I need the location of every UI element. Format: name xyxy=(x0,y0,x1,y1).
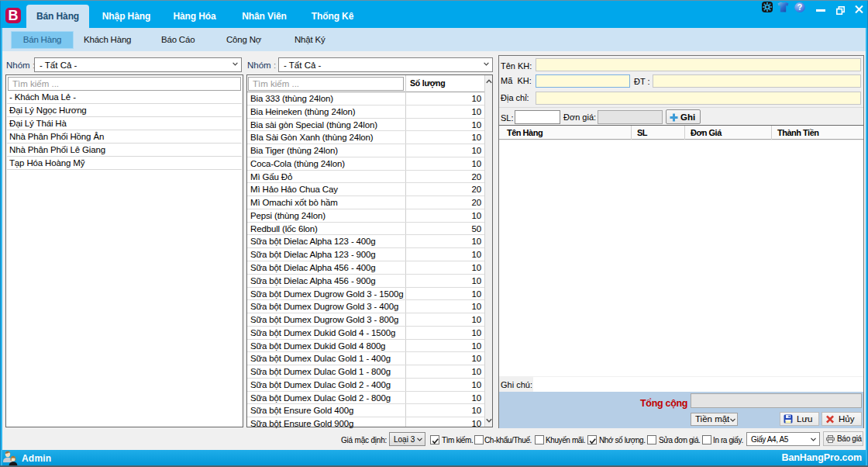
svg-text:?: ? xyxy=(797,2,802,12)
